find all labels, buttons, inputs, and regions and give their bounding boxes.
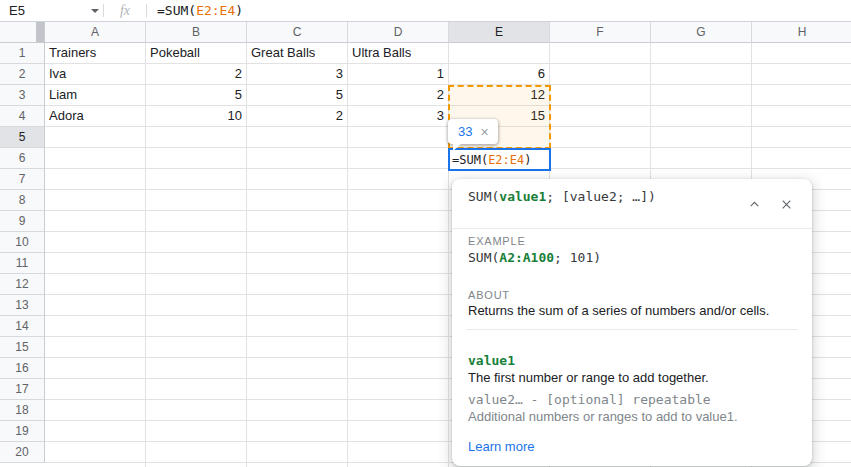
row-header-11[interactable]: 11 [0, 253, 45, 274]
cell-C19[interactable] [247, 421, 348, 442]
cell-A8[interactable] [45, 190, 146, 211]
row-header-7[interactable]: 7 [0, 169, 45, 190]
cell-C8[interactable] [247, 190, 348, 211]
cell-A11[interactable] [45, 253, 146, 274]
cell-A16[interactable] [45, 358, 146, 379]
cell-A14[interactable] [45, 316, 146, 337]
cell-B15[interactable] [146, 337, 247, 358]
cell-F6[interactable] [550, 148, 651, 169]
cell-C5[interactable] [247, 127, 348, 148]
cell-D18[interactable] [348, 400, 449, 421]
close-button[interactable] [774, 194, 798, 214]
cell-H5[interactable] [752, 127, 851, 148]
cell-D7[interactable] [348, 169, 449, 190]
cell-C10[interactable] [247, 232, 348, 253]
cell-C6[interactable] [247, 148, 348, 169]
row-header-8[interactable]: 8 [0, 190, 45, 211]
cell-D9[interactable] [348, 211, 449, 232]
cell-G5[interactable] [651, 127, 752, 148]
cell-B5[interactable] [146, 127, 247, 148]
cell-A3[interactable]: Liam [45, 85, 146, 106]
cell-C12[interactable] [247, 274, 348, 295]
column-header-B[interactable]: B [146, 22, 247, 43]
cell-G3[interactable] [651, 85, 752, 106]
cell-D15[interactable] [348, 337, 449, 358]
cell-D16[interactable] [348, 358, 449, 379]
cell-C2[interactable]: 3 [247, 64, 348, 85]
cell-D6[interactable] [348, 148, 449, 169]
cell-D10[interactable] [348, 232, 449, 253]
cell-A7[interactable] [45, 169, 146, 190]
column-header-E[interactable]: E [449, 22, 550, 43]
cell-C15[interactable] [247, 337, 348, 358]
cell-E3[interactable]: 12 [449, 85, 550, 106]
cell-F3[interactable] [550, 85, 651, 106]
editing-cell-e5[interactable]: =SUM(E2:E4) [448, 148, 551, 171]
row-header-3[interactable]: 3 [0, 85, 45, 106]
cell-A2[interactable]: Iva [45, 64, 146, 85]
cell-B2[interactable]: 2 [146, 64, 247, 85]
cell-C18[interactable] [247, 400, 348, 421]
cell-F4[interactable] [550, 106, 651, 127]
row-header-10[interactable]: 10 [0, 232, 45, 253]
cell-D21[interactable] [348, 463, 449, 467]
cell-D1[interactable]: Ultra Balls [348, 43, 449, 64]
cell-G4[interactable] [651, 106, 752, 127]
cell-C11[interactable] [247, 253, 348, 274]
cell-B19[interactable] [146, 421, 247, 442]
cell-F5[interactable] [550, 127, 651, 148]
cell-H3[interactable] [752, 85, 851, 106]
cell-B17[interactable] [146, 379, 247, 400]
row-header-18[interactable]: 18 [0, 400, 45, 421]
cell-G6[interactable] [651, 148, 752, 169]
cell-C16[interactable] [247, 358, 348, 379]
cell-A20[interactable] [45, 442, 146, 463]
column-header-D[interactable]: D [348, 22, 449, 43]
cell-C7[interactable] [247, 169, 348, 190]
cell-C21[interactable] [247, 463, 348, 467]
name-box[interactable]: E5 [0, 0, 86, 21]
cell-D13[interactable] [348, 295, 449, 316]
cell-B13[interactable] [146, 295, 247, 316]
cell-H2[interactable] [752, 64, 851, 85]
column-header-F[interactable]: F [550, 22, 651, 43]
cell-D17[interactable] [348, 379, 449, 400]
cell-F2[interactable] [550, 64, 651, 85]
row-header-12[interactable]: 12 [0, 274, 45, 295]
cell-B10[interactable] [146, 232, 247, 253]
cell-D20[interactable] [348, 442, 449, 463]
row-header-19[interactable]: 19 [0, 421, 45, 442]
cell-B6[interactable] [146, 148, 247, 169]
column-header-A[interactable]: A [45, 22, 146, 43]
cell-E1[interactable] [449, 43, 550, 64]
cell-E2[interactable]: 6 [449, 64, 550, 85]
cell-H4[interactable] [752, 106, 851, 127]
cell-H1[interactable] [752, 43, 851, 64]
cell-B11[interactable] [146, 253, 247, 274]
cell-B3[interactable]: 5 [146, 85, 247, 106]
column-header-G[interactable]: G [651, 22, 752, 43]
row-header-13[interactable]: 13 [0, 295, 45, 316]
cell-B18[interactable] [146, 400, 247, 421]
row-header-4[interactable]: 4 [0, 106, 45, 127]
cell-D12[interactable] [348, 274, 449, 295]
cell-G1[interactable] [651, 43, 752, 64]
learn-more-link[interactable]: Learn more [468, 438, 534, 455]
cell-A18[interactable] [45, 400, 146, 421]
cell-C3[interactable]: 5 [247, 85, 348, 106]
row-header-15[interactable]: 15 [0, 337, 45, 358]
cell-C1[interactable]: Great Balls [247, 43, 348, 64]
cell-A21[interactable] [45, 463, 146, 467]
cell-B1[interactable]: Pokeball [146, 43, 247, 64]
cell-A19[interactable] [45, 421, 146, 442]
cell-A6[interactable] [45, 148, 146, 169]
cell-H6[interactable] [752, 148, 851, 169]
cell-C17[interactable] [247, 379, 348, 400]
row-header-16[interactable]: 16 [0, 358, 45, 379]
cell-A15[interactable] [45, 337, 146, 358]
cell-C14[interactable] [247, 316, 348, 337]
cell-B12[interactable] [146, 274, 247, 295]
cell-F1[interactable] [550, 43, 651, 64]
formula-input[interactable]: =SUM(E2:E4) [147, 0, 851, 21]
cell-C13[interactable] [247, 295, 348, 316]
